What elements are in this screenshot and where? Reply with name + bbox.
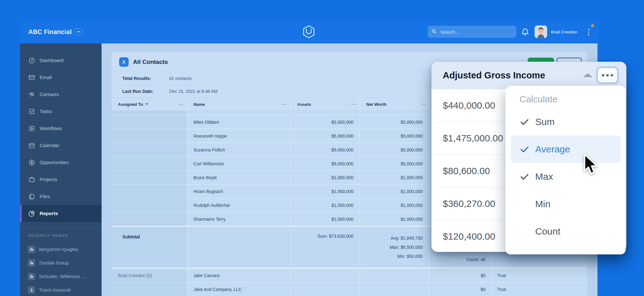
check-icon bbox=[519, 144, 530, 154]
menu-item-sum[interactable]: Sum bbox=[511, 108, 620, 135]
search-icon bbox=[431, 29, 436, 35]
column-header-name[interactable]: Name bbox=[187, 98, 291, 111]
popup-options-button[interactable] bbox=[597, 68, 618, 83]
sidebar: Dashboard Email Contacts Tasks Workflows… bbox=[20, 43, 102, 296]
sidebar-item-calendar[interactable]: Calendar bbox=[20, 137, 102, 154]
opportunities-icon bbox=[28, 159, 35, 166]
reports-icon bbox=[28, 210, 35, 217]
projects-icon bbox=[28, 176, 35, 183]
files-icon bbox=[28, 193, 35, 200]
column-header-net-worth[interactable]: Net Worth bbox=[360, 98, 429, 111]
check-icon bbox=[519, 172, 530, 182]
contact-report-icon bbox=[119, 57, 129, 67]
recent-item-bergstrom-quigley[interactable]: Bergstrom-Quigley bbox=[20, 242, 102, 256]
workspace-name: ABC Financial bbox=[28, 28, 72, 36]
column-menu-icon[interactable] bbox=[421, 104, 425, 105]
meta-label: Last Run Date: bbox=[122, 89, 169, 94]
collapse-up-icon[interactable] bbox=[583, 73, 592, 77]
recently-viewed-heading: RECENTLY VIEWED bbox=[28, 234, 68, 237]
meta-value: 82 contacts bbox=[169, 76, 192, 81]
wealthbox-logo bbox=[302, 25, 316, 39]
sidebar-item-tasks[interactable]: Tasks bbox=[20, 103, 102, 120]
sort-descending-icon[interactable] bbox=[145, 103, 148, 105]
popup-header: Adjusted Gross Income bbox=[431, 62, 626, 89]
company-icon bbox=[28, 246, 35, 253]
check-icon bbox=[519, 117, 530, 127]
menu-item-max[interactable]: Max bbox=[511, 163, 620, 190]
company-icon bbox=[28, 259, 35, 267]
meta-value: Dec 15, 2022 at 8:48 AM bbox=[169, 89, 218, 94]
global-search[interactable] bbox=[428, 26, 516, 38]
more-menu-icon[interactable] bbox=[586, 28, 591, 36]
table-row[interactable]: Jake And Company, LLC $0 True bbox=[112, 282, 587, 296]
subtotal-label: Subtotal bbox=[112, 227, 187, 268]
person-icon bbox=[28, 286, 35, 294]
contacts-icon bbox=[28, 91, 35, 98]
group-assigned-to: Brad Creedon (5) bbox=[112, 269, 187, 282]
sidebar-item-email[interactable]: Email bbox=[20, 69, 102, 86]
app-bar: ABC Financial bbox=[20, 20, 597, 43]
sidebar-divider bbox=[20, 227, 102, 228]
company-icon bbox=[28, 273, 35, 280]
column-menu-icon[interactable] bbox=[282, 104, 287, 105]
menu-item-count[interactable]: Count bbox=[511, 218, 620, 245]
recent-item-travis-kovacek[interactable]: Travis Kovacek bbox=[20, 283, 102, 296]
tasks-icon bbox=[28, 108, 35, 115]
workspace-dropdown-button[interactable] bbox=[75, 28, 82, 35]
email-icon bbox=[28, 74, 35, 81]
user-avatar[interactable] bbox=[535, 26, 547, 38]
notification-dot bbox=[591, 24, 594, 27]
sidebar-item-contacts[interactable]: Contacts bbox=[20, 86, 102, 103]
chevron-down-icon bbox=[77, 31, 80, 33]
user-name: Brad Creedon bbox=[551, 20, 577, 43]
search-input[interactable] bbox=[440, 29, 513, 35]
sidebar-item-files[interactable]: Files bbox=[20, 188, 102, 205]
calendar-icon bbox=[28, 142, 35, 149]
menu-item-min[interactable]: Min bbox=[511, 190, 620, 218]
recent-item-schuster-wilkinson[interactable]: Schuster, Wilkinson ... bbox=[20, 270, 102, 283]
dashboard-icon bbox=[28, 57, 35, 64]
report-title: All Contacts bbox=[133, 59, 168, 65]
column-header-assets[interactable]: Assets bbox=[291, 98, 360, 111]
workspace-switcher[interactable]: ABC Financial bbox=[28, 20, 82, 43]
screen: ABC Financial bbox=[0, 0, 644, 296]
popup-title: Adjusted Gross Income bbox=[443, 70, 545, 81]
calculate-menu: Calculate Sum Average Max Min Count bbox=[505, 86, 626, 254]
column-header-assigned-to[interactable]: Assigned To bbox=[112, 98, 187, 111]
subtotal-net-worth: Avg: $1,845,750 Max: $6,500,000 Min: $50… bbox=[360, 227, 429, 268]
notifications-bell-icon[interactable] bbox=[521, 27, 530, 36]
workflows-icon bbox=[28, 125, 35, 132]
sidebar-item-dashboard[interactable]: Dashboard bbox=[20, 52, 102, 69]
menu-item-average[interactable]: Average bbox=[511, 135, 620, 163]
table-row[interactable]: Brad Creedon (5) Jake Camara $0 True bbox=[112, 269, 587, 282]
subtotal-assets: Sum: $73,830,000 bbox=[291, 227, 360, 268]
sidebar-item-workflows[interactable]: Workflows bbox=[20, 120, 102, 137]
column-menu-icon[interactable] bbox=[352, 104, 356, 105]
mouse-cursor bbox=[583, 154, 602, 179]
sidebar-item-reports[interactable]: Reports bbox=[20, 205, 102, 222]
calculate-menu-title: Calculate bbox=[506, 86, 625, 108]
column-menu-icon[interactable] bbox=[179, 104, 183, 105]
meta-label: Total Results: bbox=[122, 76, 169, 81]
sidebar-item-opportunities[interactable]: Opportunities bbox=[20, 154, 102, 171]
sidebar-item-projects[interactable]: Projects bbox=[20, 171, 102, 188]
recent-item-zemlak-group[interactable]: Zemlak Group bbox=[20, 256, 102, 270]
